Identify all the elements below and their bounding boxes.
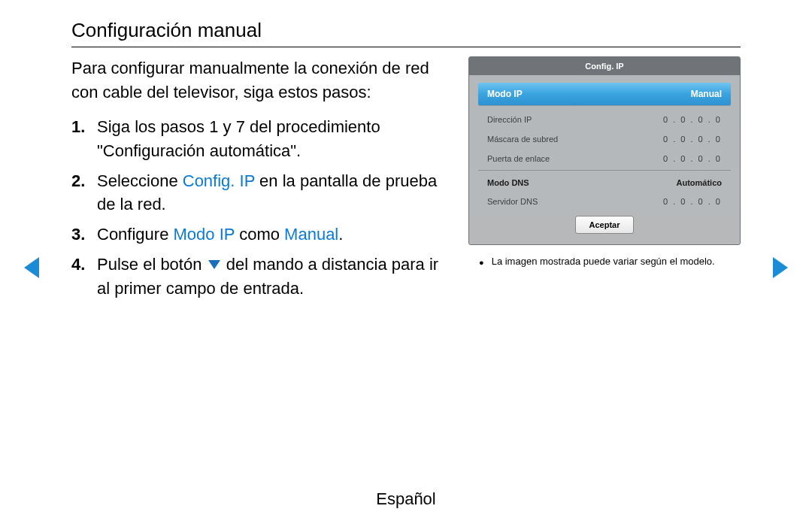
step-2: 2. Seleccione Config. IP en la pantalla … bbox=[71, 169, 450, 217]
highlight-modo-ip: Modo IP bbox=[174, 225, 235, 244]
row-modo-dns[interactable]: Modo DNS Automático bbox=[478, 172, 731, 192]
row-modo-ip[interactable]: Modo IP Manual bbox=[478, 83, 731, 105]
step-number: 4. bbox=[71, 253, 97, 301]
next-page-arrow-icon[interactable] bbox=[773, 257, 788, 278]
row-value: 0 . 0 . 0 . 0 bbox=[663, 154, 722, 163]
row-label: Puerta de enlace bbox=[487, 154, 550, 163]
steps-list: 1. Siga los pasos 1 y 7 del procedimient… bbox=[71, 115, 450, 301]
highlight-manual: Manual bbox=[284, 225, 338, 244]
row-puerta-enlace[interactable]: Puerta de enlace 0 . 0 . 0 . 0 bbox=[478, 149, 731, 168]
note-text: La imagen mostrada puede variar según el… bbox=[492, 256, 715, 269]
accept-button[interactable]: Aceptar bbox=[575, 216, 635, 234]
row-label: Modo IP bbox=[487, 89, 523, 99]
row-label: Modo DNS bbox=[487, 178, 529, 187]
row-value: 0 . 0 . 0 . 0 bbox=[663, 135, 722, 144]
row-value: Automático bbox=[677, 178, 723, 187]
step-number: 1. bbox=[71, 115, 97, 163]
row-servidor-dns[interactable]: Servidor DNS 0 . 0 . 0 . 0 bbox=[478, 192, 731, 211]
row-label: Máscara de subred bbox=[487, 135, 558, 144]
step-number: 2. bbox=[71, 169, 97, 217]
row-label: Dirección IP bbox=[487, 115, 532, 124]
step-number: 3. bbox=[71, 223, 97, 247]
row-mascara-subred[interactable]: Máscara de subred 0 . 0 . 0 . 0 bbox=[478, 129, 731, 149]
intro-text: Para configurar manualmente la conexión … bbox=[71, 56, 450, 104]
row-value: 0 . 0 . 0 . 0 bbox=[663, 197, 722, 206]
step-text: Pulse el botón del mando a distancia par… bbox=[97, 253, 450, 301]
row-direccion-ip[interactable]: Dirección IP 0 . 0 . 0 . 0 bbox=[478, 110, 731, 129]
config-ip-panel: Config. IP Modo IP Manual Dirección IP 0… bbox=[468, 56, 741, 245]
step-4: 4. Pulse el botón del mando a distancia … bbox=[71, 253, 450, 301]
page-title: Configuración manual bbox=[71, 19, 741, 47]
down-arrow-icon bbox=[208, 260, 220, 269]
language-label: Español bbox=[0, 489, 812, 509]
step-3: 3. Configure Modo IP como Manual. bbox=[71, 223, 450, 247]
step-text: Configure Modo IP como Manual. bbox=[97, 223, 343, 247]
row-value: Manual bbox=[691, 89, 722, 99]
highlight-config-ip: Config. IP bbox=[183, 171, 255, 190]
step-text: Siga los pasos 1 y 7 del procedimiento "… bbox=[97, 115, 450, 163]
instructions-column: Para configurar manualmente la conexión … bbox=[71, 56, 450, 307]
row-label: Servidor DNS bbox=[487, 197, 538, 206]
step-1: 1. Siga los pasos 1 y 7 del procedimient… bbox=[71, 115, 450, 163]
separator bbox=[478, 170, 731, 171]
prev-page-arrow-icon[interactable] bbox=[24, 257, 39, 278]
bullet-icon: ● bbox=[479, 256, 484, 269]
panel-title: Config. IP bbox=[469, 57, 740, 75]
image-note: ● La imagen mostrada puede variar según … bbox=[468, 256, 741, 269]
row-value: 0 . 0 . 0 . 0 bbox=[663, 115, 722, 124]
step-text: Seleccione Config. IP en la pantalla de … bbox=[97, 169, 450, 217]
